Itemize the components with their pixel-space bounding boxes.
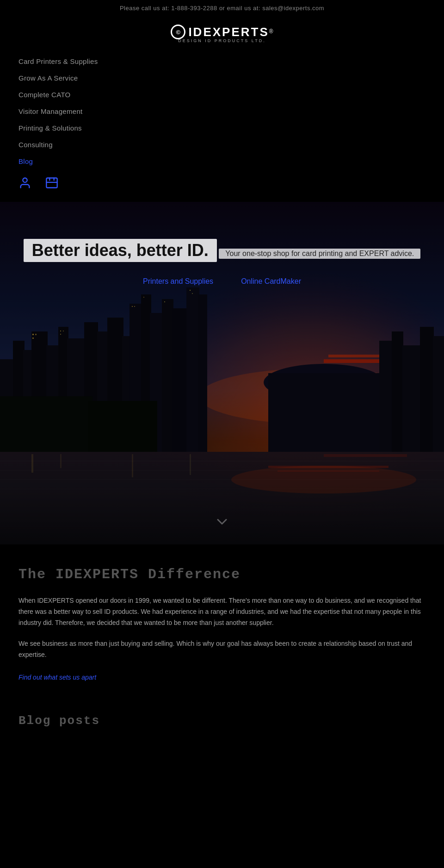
about-link[interactable]: Find out what sets us apart xyxy=(18,674,96,681)
hero-buttons: Printers and Supplies Online CardMaker xyxy=(0,277,444,286)
about-para2: We see business as more than just buying… xyxy=(18,638,426,661)
about-section: The IDEXPERTS Difference When IDEXPERTS … xyxy=(0,544,444,700)
nav-link-card-printers[interactable]: Card Printers & Supplies xyxy=(18,57,98,65)
logo-tagline: DESIGN ID PRODUCTS LTD. xyxy=(171,38,273,43)
nav-icons xyxy=(18,170,426,197)
hero-section: Better ideas, better ID. Your one-stop s… xyxy=(0,202,444,544)
nav-item-visitor-mgmt[interactable]: Visitor Management xyxy=(18,103,426,120)
header: © IDEXPERTS® DESIGN ID PRODUCTS LTD. Car… xyxy=(0,16,444,202)
brand-name: IDEXPERTS xyxy=(188,25,269,39)
logo-wrapper: © IDEXPERTS® DESIGN ID PRODUCTS LTD. xyxy=(171,25,273,43)
scroll-arrow-icon[interactable] xyxy=(214,513,230,533)
nav-item-consulting[interactable]: Consulting xyxy=(18,137,426,153)
nav-list: Card Printers & Supplies Grow As A Servi… xyxy=(18,53,426,170)
nav-link-blog[interactable]: Blog xyxy=(18,157,33,165)
top-bar-text: Please call us at: 1-888-393-2288 or ema… xyxy=(120,5,324,12)
logo-circle-icon: © xyxy=(171,25,185,39)
hero-content: Better ideas, better ID. Your one-stop s… xyxy=(0,202,444,286)
about-para1: When IDEXPERTS opened our doors in 1999,… xyxy=(18,595,426,628)
nav-link-grow-service[interactable]: Grow As A Service xyxy=(18,74,78,82)
nav-item-printing[interactable]: Printing & Solutions xyxy=(18,120,426,137)
svg-point-0 xyxy=(23,178,27,182)
nav-link-consulting[interactable]: Consulting xyxy=(18,141,53,149)
printers-supplies-link[interactable]: Printers and Supplies xyxy=(143,277,213,286)
blog-title: Blog posts xyxy=(18,714,426,728)
cart-icon[interactable] xyxy=(45,176,58,193)
account-icon[interactable] xyxy=(18,176,31,193)
nav-link-visitor-mgmt[interactable]: Visitor Management xyxy=(18,107,83,115)
nav-item-grow-service[interactable]: Grow As A Service xyxy=(18,70,426,87)
nav-item-blog[interactable]: Blog xyxy=(18,153,426,170)
hero-subtitle: Your one-stop shop for card printing and… xyxy=(219,249,420,259)
about-title: The IDEXPERTS Difference xyxy=(18,567,426,582)
nav-link-printing[interactable]: Printing & Solutions xyxy=(18,124,82,132)
registered-icon: ® xyxy=(269,28,273,34)
hero-title: Better ideas, better ID. xyxy=(24,239,217,262)
nav-item-complete-cato[interactable]: Complete CATO xyxy=(18,87,426,103)
logo-area: © IDEXPERTS® DESIGN ID PRODUCTS LTD. xyxy=(18,25,426,43)
blog-section: Blog posts xyxy=(0,700,444,746)
nav-link-complete-cato[interactable]: Complete CATO xyxy=(18,91,71,99)
online-cardmaker-link[interactable]: Online CardMaker xyxy=(241,277,301,286)
main-nav: Card Printers & Supplies Grow As A Servi… xyxy=(18,53,426,197)
top-bar: Please call us at: 1-888-393-2288 or ema… xyxy=(0,0,444,16)
nav-item-card-printers[interactable]: Card Printers & Supplies xyxy=(18,53,426,70)
